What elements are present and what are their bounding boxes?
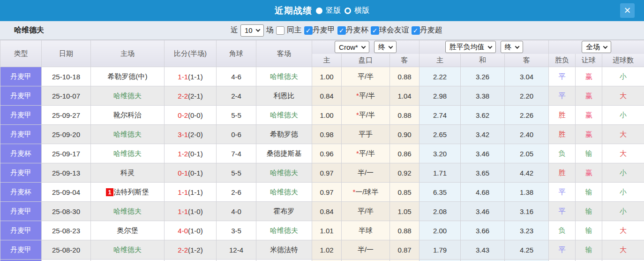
avg-draw: 3.42 bbox=[461, 125, 505, 144]
table-header: 类型 日期 主场 比分(半场) 角球 客场 Crow* 终 胜平负均值 终 bbox=[0, 40, 644, 67]
away-team-name: 米德法特 bbox=[270, 246, 298, 253]
odds-company-value: Crow* bbox=[339, 43, 358, 51]
col-header-score: 比分(半场) bbox=[165, 40, 217, 67]
odds-home bbox=[312, 260, 342, 261]
odds-away: 0.92 bbox=[390, 163, 419, 183]
result-handicap: 输 bbox=[576, 202, 602, 221]
match-date: 25-10-07 bbox=[42, 86, 91, 106]
handicap: 半/一 bbox=[358, 169, 374, 177]
away-team-name: 希勒罗德 bbox=[270, 130, 298, 138]
avg-away: 1.38 bbox=[505, 183, 549, 202]
recent-count-select[interactable]: 10 bbox=[240, 24, 264, 37]
result-handicap: 输 bbox=[576, 240, 602, 260]
result-handicap: 输 bbox=[576, 183, 602, 202]
result-group-header: 全场 bbox=[549, 40, 644, 54]
result-goals: 小 bbox=[602, 67, 644, 86]
result-winlose: 负 bbox=[549, 144, 576, 163]
score-cell: 1-1(1-1) bbox=[165, 67, 217, 86]
results-body: 丹麦甲 25-10-18 希勒罗德(中) 1-1(1-1) 4-6 哈维德夫 1… bbox=[0, 67, 644, 261]
matches-label: 场 bbox=[266, 25, 274, 35]
corners: 7-4 bbox=[217, 144, 256, 163]
fulltime-score: 1-1 bbox=[178, 207, 188, 215]
home-team-name: 哈维德夫 bbox=[113, 246, 142, 253]
league-checkbox-0[interactable]: ✓ bbox=[304, 26, 313, 35]
match-date: 25-08-20 bbox=[42, 240, 91, 260]
odds-time-value-2: 终 bbox=[505, 43, 512, 52]
subcol-odds-home: 主 bbox=[312, 54, 342, 67]
away-team-name: 哈维德夫 bbox=[270, 169, 298, 177]
subcol-odds-away: 客 bbox=[390, 54, 419, 67]
avg-type-select[interactable]: 胜平负均值 bbox=[445, 41, 496, 53]
avg-home: 3.20 bbox=[419, 144, 461, 163]
league-label-3: 丹麦超 bbox=[420, 25, 442, 35]
result-handicap: 赢 bbox=[576, 67, 602, 86]
league-label-0: 丹麦甲 bbox=[313, 25, 335, 35]
odds-company-select[interactable]: Crow* bbox=[335, 41, 369, 53]
chevron-down-icon bbox=[487, 44, 492, 49]
avg-draw: 3.46 bbox=[461, 202, 505, 221]
league-checkbox-1[interactable]: ✓ bbox=[337, 26, 346, 35]
home-team: 奥尔堡 bbox=[91, 221, 165, 240]
result-winlose: 平 bbox=[549, 86, 576, 106]
odds-home: 0.98 bbox=[312, 125, 342, 144]
odds-home: 0.96 bbox=[312, 144, 342, 163]
avg-away: 4.42 bbox=[505, 163, 549, 183]
match-date: 25-09-13 bbox=[42, 163, 91, 183]
halftime-score: (0-0) bbox=[188, 111, 203, 119]
result-handicap: 赢 bbox=[576, 106, 602, 125]
away-team: 哈维德夫 bbox=[256, 67, 312, 86]
col-header-type: 类型 bbox=[0, 40, 42, 67]
avg-home: 1.79 bbox=[419, 240, 461, 260]
match-date: 25-09-04 bbox=[42, 183, 91, 202]
odds-away: 0.88 bbox=[390, 221, 419, 240]
home-team-name: 奥尔堡 bbox=[117, 226, 138, 234]
table-row: 丹麦甲 25-09-27 靴尔科治 0-2(0-0) 5-5 哈维德夫 1.00… bbox=[0, 106, 644, 125]
subcol-handicap: 盘口 bbox=[342, 54, 390, 67]
odds-time-select-2[interactable]: 终 bbox=[501, 41, 523, 53]
away-team bbox=[256, 260, 312, 261]
avg-away: 2.20 bbox=[505, 86, 549, 106]
away-team: 哈维德夫 bbox=[256, 163, 312, 183]
layout-option-horizontal[interactable]: 横版 bbox=[344, 6, 369, 15]
layout-option-vertical[interactable]: 竖版 bbox=[316, 6, 341, 15]
match-date: 25-09-20 bbox=[42, 125, 91, 144]
odds-time-value-1: 终 bbox=[378, 43, 385, 52]
avg-draw: 3.38 bbox=[461, 86, 505, 106]
avg-draw: 3.26 bbox=[461, 67, 505, 86]
fulltime-score: 1-2 bbox=[178, 150, 188, 158]
result-goals: 大 bbox=[602, 125, 644, 144]
corners: 3-5 bbox=[217, 221, 256, 240]
odds-home: 1.01 bbox=[312, 221, 342, 240]
home-team bbox=[91, 260, 165, 261]
home-team-name: 哈维德夫 bbox=[113, 130, 142, 138]
avg-home: 2.22 bbox=[419, 67, 461, 86]
league-checkbox-2[interactable]: ✓ bbox=[371, 26, 379, 35]
score-cell: 4-0(1-0) bbox=[165, 221, 217, 240]
match-type: 丹麦甲 bbox=[0, 221, 42, 240]
league-filter-3: ✓丹麦超 bbox=[412, 25, 442, 35]
score-cell: 0-2(0-0) bbox=[165, 106, 217, 125]
league-label-2: 球会友谊 bbox=[379, 25, 409, 35]
result-goals: 小 bbox=[602, 163, 644, 183]
match-type: 丹麦杯 bbox=[0, 144, 42, 163]
handicap-cell: 半/一 bbox=[342, 240, 390, 260]
home-team: 希勒罗德(中) bbox=[91, 67, 165, 86]
avg-draw: 4.68 bbox=[461, 183, 505, 202]
scope-select[interactable]: 全场 bbox=[582, 41, 611, 53]
odds-time-select-1[interactable]: 终 bbox=[374, 41, 397, 53]
recent-label: 近 bbox=[231, 25, 238, 35]
away-team-name: 霍布罗 bbox=[274, 207, 295, 215]
away-team: 哈维德夫 bbox=[256, 106, 312, 125]
score-cell: 2-2(2-1) bbox=[165, 86, 217, 106]
close-icon[interactable]: × bbox=[620, 3, 635, 18]
layout-option-horizontal-label: 横版 bbox=[354, 6, 369, 15]
radio-selected-icon[interactable] bbox=[316, 8, 322, 14]
fulltime-score: 2-2 bbox=[178, 246, 188, 254]
col-header-corner: 角球 bbox=[217, 40, 256, 67]
filter-controls: 近 10 场 同主 ✓丹麦甲 ✓丹麦杯 ✓球会友谊 ✓丹麦超 bbox=[231, 24, 442, 37]
avg-away: 4.25 bbox=[505, 240, 549, 260]
score-cell: 3-1(2-0) bbox=[165, 125, 217, 144]
same-home-checkbox[interactable] bbox=[276, 26, 285, 35]
league-checkbox-3[interactable]: ✓ bbox=[412, 26, 420, 35]
radio-unselected-icon[interactable] bbox=[344, 8, 351, 14]
